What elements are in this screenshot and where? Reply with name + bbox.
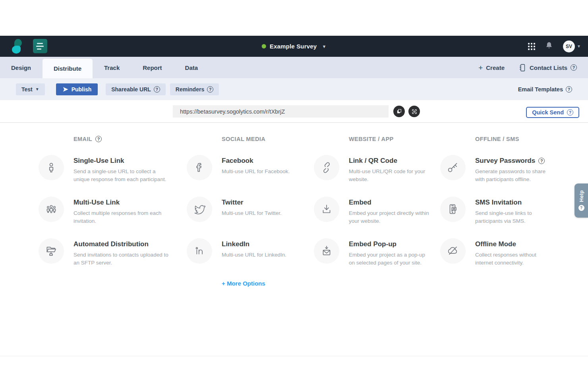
survey-url-input[interactable] <box>173 105 389 118</box>
dist-item-title: Link / QR Code <box>349 157 430 165</box>
help-icon[interactable]: ? <box>538 158 545 164</box>
dist-item-desc: Send single-use links to participants vi… <box>475 209 549 225</box>
help-icon[interactable]: ? <box>207 86 213 93</box>
dist-item-desc: Multi-use URL for Facebook. <box>222 168 305 176</box>
column-header: OFFLINE / SMS <box>475 136 549 142</box>
dist-item-desc: Embed your project directly within your … <box>349 209 430 225</box>
user-menu[interactable]: SV ▼ <box>563 41 581 52</box>
dist-item-title: Facebook <box>222 157 305 165</box>
column-header-label: EMAIL <box>74 136 92 142</box>
dist-item-sms-invitation[interactable]: SMS Invitation Send single-use links to … <box>440 197 549 223</box>
dist-item-desc: Send invitations to contacts uploaded to… <box>74 251 169 266</box>
dist-item-title: Offline Mode <box>475 240 549 248</box>
key-icon <box>440 155 466 180</box>
shareable-url-button[interactable]: Shareable URL ? <box>106 83 166 95</box>
dist-item-desc: Multi-use URL/QR code for your website. <box>349 168 430 183</box>
project-menu-icon[interactable] <box>33 39 47 53</box>
quick-send-button[interactable]: Quick Send ? <box>526 107 579 118</box>
dist-item-embed[interactable]: Embed Embed your project directly within… <box>314 197 430 223</box>
notifications-bell-icon[interactable] <box>545 41 553 52</box>
app-window: Example Survey ▼ SV ▼ Design Distribute … <box>0 0 588 392</box>
survey-status-dot <box>262 44 266 48</box>
column-header: SOCIAL MEDIA <box>222 136 305 142</box>
help-icon[interactable]: ? <box>154 86 160 93</box>
dist-item-linkedin[interactable]: LinkedIn Multi-use URL for LinkedIn. <box>187 238 305 265</box>
embed-icon <box>314 197 339 222</box>
sogolytics-logo-icon[interactable] <box>12 38 22 55</box>
dist-item-desc: Multi-use URL for Twitter. <box>222 209 305 217</box>
help-icon[interactable]: ? <box>567 109 573 116</box>
contact-lists-label: Contact Lists <box>530 64 567 71</box>
tab-report[interactable]: Report <box>131 57 173 78</box>
distribute-toolbar: Test ▼ Publish Shareable URL ? Reminders… <box>0 78 588 100</box>
dist-item-twitter[interactable]: Twitter Multi-use URL for Twitter. <box>187 197 305 223</box>
dist-item-automated-distribution[interactable]: Automated Distribution Send invitations … <box>39 238 169 265</box>
tab-design[interactable]: Design <box>0 57 43 78</box>
chevron-down-icon: ▼ <box>322 44 326 49</box>
dist-item-desc: Multi-use URL for LinkedIn. <box>222 251 305 259</box>
dist-item-title: Automated Distribution <box>74 240 169 248</box>
dist-item-desc: Collect responses without internet conne… <box>475 251 549 266</box>
link-icon <box>314 155 339 180</box>
dist-item-title-label: Survey Passwords <box>475 157 535 165</box>
tab-distribute[interactable]: Distribute <box>43 59 93 78</box>
help-tab-label: Help <box>578 190 584 202</box>
survey-switcher[interactable]: Example Survey ▼ <box>262 43 327 50</box>
copy-url-button[interactable] <box>393 106 405 117</box>
popup-envelope-icon <box>314 238 339 264</box>
reminders-label: Reminders <box>176 86 204 93</box>
help-icon[interactable]: ? <box>95 136 102 142</box>
dist-item-title: SMS Invitation <box>475 199 549 207</box>
twitter-icon <box>187 197 212 222</box>
email-templates-label: Email Templates <box>518 86 563 93</box>
dist-item-desc: Collect multiple responses from each inv… <box>74 209 169 225</box>
content-divider <box>0 356 588 356</box>
column-offline-sms: OFFLINE / SMS Survey Passwords ? Generat… <box>440 136 549 280</box>
phone-sms-icon <box>440 197 466 222</box>
dist-item-embed-popup[interactable]: Embed Pop-up Embed your project as a pop… <box>314 238 430 265</box>
top-header-bar: Example Survey ▼ SV ▼ <box>0 36 588 57</box>
help-tab[interactable]: Help ? <box>574 183 588 218</box>
linkedin-icon <box>187 238 212 264</box>
column-website-app: WEBSITE / APP Link / QR Code Multi-use U… <box>314 136 430 280</box>
column-header-label: OFFLINE / SMS <box>475 136 519 142</box>
test-label: Test <box>21 86 33 93</box>
create-label: Create <box>486 64 505 71</box>
quick-send-label: Quick Send <box>532 109 564 116</box>
notebook-icon <box>518 63 526 72</box>
column-header-label: SOCIAL MEDIA <box>222 136 265 142</box>
single-user-icon <box>39 155 64 180</box>
dist-item-offline-mode[interactable]: Offline Mode Collect responses without i… <box>440 238 549 265</box>
dist-item-title: Embed Pop-up <box>349 240 430 248</box>
column-social-media: SOCIAL MEDIA Facebook Multi-use URL for … <box>187 136 305 287</box>
qr-code-icon <box>411 108 418 115</box>
qr-code-button[interactable] <box>408 106 420 117</box>
copy-icon <box>396 108 402 115</box>
tab-track[interactable]: Track <box>93 57 131 78</box>
help-icon: ? <box>578 205 584 211</box>
share-url-row: Quick Send ? <box>0 100 588 123</box>
contact-lists-button[interactable]: Contact Lists ? <box>518 63 577 72</box>
help-icon[interactable]: ? <box>566 86 572 93</box>
dist-item-multi-use-link[interactable]: Multi-Use Link Collect multiple response… <box>39 197 169 223</box>
survey-name: Example Survey <box>270 43 317 50</box>
header-actions: SV ▼ <box>528 36 581 57</box>
create-button[interactable]: + Create <box>478 64 505 71</box>
main-tab-bar: Design Distribute Track Report Data + Cr… <box>0 57 588 78</box>
help-icon[interactable]: ? <box>571 64 577 71</box>
apps-grid-icon[interactable] <box>528 43 535 50</box>
test-dropdown[interactable]: Test ▼ <box>16 83 45 95</box>
email-templates-button[interactable]: Email Templates ? <box>518 86 572 93</box>
tab-data[interactable]: Data <box>174 57 210 78</box>
logo-drop-bottom <box>12 46 21 54</box>
dist-item-title: LinkedIn <box>222 240 305 248</box>
dist-item-single-use-link[interactable]: Single-Use Link Send a single-use URL to… <box>39 155 169 181</box>
publish-button[interactable]: Publish <box>56 83 98 95</box>
dist-item-desc: Embed your project as a pop-up on select… <box>349 251 430 266</box>
dist-item-survey-passwords[interactable]: Survey Passwords ? Generate passwords to… <box>440 155 549 181</box>
reminders-button[interactable]: Reminders ? <box>170 83 219 95</box>
publish-label: Publish <box>72 86 92 93</box>
more-options-link[interactable]: + More Options <box>222 280 265 287</box>
dist-item-link-qr-code[interactable]: Link / QR Code Multi-use URL/QR code for… <box>314 155 430 181</box>
dist-item-facebook[interactable]: Facebook Multi-use URL for Facebook. <box>187 155 305 181</box>
